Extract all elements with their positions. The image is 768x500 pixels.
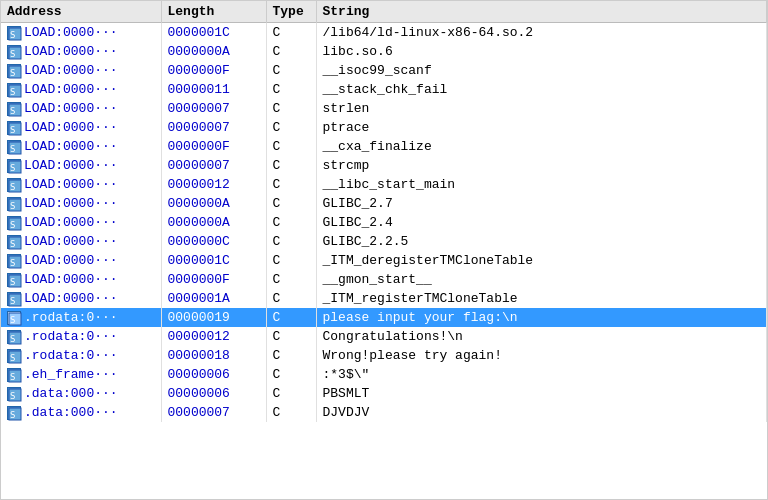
cell-length: 00000006: [161, 365, 266, 384]
row-icon: S: [7, 368, 21, 382]
table-row[interactable]: S.rodata:0···00000018CWrong!please try a…: [1, 346, 767, 365]
cell-length: 0000001C: [161, 23, 266, 43]
address-text: LOAD:0000···: [24, 63, 118, 78]
table-row[interactable]: SLOAD:0000···0000000ACGLIBC_2.4: [1, 213, 767, 232]
svg-text:S: S: [10, 49, 15, 59]
cell-length: 0000000C: [161, 232, 266, 251]
address-text: LOAD:0000···: [24, 234, 118, 249]
svg-text:S: S: [10, 410, 15, 420]
cell-length: 00000012: [161, 175, 266, 194]
cell-type: C: [266, 137, 316, 156]
table-row[interactable]: S.rodata:0···00000012CCongratulations!\n: [1, 327, 767, 346]
cell-type: C: [266, 213, 316, 232]
cell-length: 0000000F: [161, 270, 266, 289]
cell-type: C: [266, 42, 316, 61]
cell-string: please input your flag:\n: [316, 308, 767, 327]
table-row[interactable]: S.data:000···00000007CDJVDJV: [1, 403, 767, 422]
cell-string: :*3$\": [316, 365, 767, 384]
svg-text:S: S: [10, 315, 15, 325]
table-row[interactable]: SLOAD:0000···00000007Cptrace: [1, 118, 767, 137]
address-text: LOAD:0000···: [24, 101, 118, 116]
cell-address: SLOAD:0000···: [1, 194, 161, 213]
address-text: LOAD:0000···: [24, 25, 118, 40]
cell-type: C: [266, 194, 316, 213]
row-icon: S: [7, 387, 21, 401]
table-row[interactable]: SLOAD:0000···0000001AC_ITM_registerTMClo…: [1, 289, 767, 308]
table-row[interactable]: SLOAD:0000···00000007Cstrlen: [1, 99, 767, 118]
cell-length: 0000000A: [161, 194, 266, 213]
cell-type: C: [266, 346, 316, 365]
col-header-type: Type: [266, 1, 316, 23]
cell-string: GLIBC_2.4: [316, 213, 767, 232]
table-row[interactable]: S.rodata:0···00000019Cplease input your …: [1, 308, 767, 327]
svg-text:S: S: [10, 144, 15, 154]
address-text: LOAD:0000···: [24, 253, 118, 268]
cell-length: 0000000A: [161, 213, 266, 232]
cell-type: C: [266, 308, 316, 327]
cell-length: 00000018: [161, 346, 266, 365]
cell-string: GLIBC_2.7: [316, 194, 767, 213]
row-icon: S: [7, 140, 21, 154]
cell-type: C: [266, 384, 316, 403]
table-row[interactable]: SLOAD:0000···00000011C__stack_chk_fail: [1, 80, 767, 99]
cell-type: C: [266, 23, 316, 43]
cell-string: DJVDJV: [316, 403, 767, 422]
svg-text:S: S: [10, 220, 15, 230]
table-row[interactable]: SLOAD:0000···00000012C__libc_start_main: [1, 175, 767, 194]
cell-length: 00000007: [161, 118, 266, 137]
address-text: LOAD:0000···: [24, 272, 118, 287]
cell-type: C: [266, 99, 316, 118]
table-row[interactable]: S.data:000···00000006CPBSMLT: [1, 384, 767, 403]
address-text: LOAD:0000···: [24, 44, 118, 59]
table-row[interactable]: SLOAD:0000···0000000ACGLIBC_2.7: [1, 194, 767, 213]
row-icon: S: [7, 178, 21, 192]
table-row[interactable]: SLOAD:0000···0000000FC__gmon_start__: [1, 270, 767, 289]
svg-text:S: S: [10, 372, 15, 382]
col-header-address: Address: [1, 1, 161, 23]
table-row[interactable]: SLOAD:0000···0000000CCGLIBC_2.2.5: [1, 232, 767, 251]
cell-type: C: [266, 251, 316, 270]
cell-string: PBSMLT: [316, 384, 767, 403]
table-row[interactable]: SLOAD:0000···0000000AClibc.so.6: [1, 42, 767, 61]
cell-string: Congratulations!\n: [316, 327, 767, 346]
cell-string: Wrong!please try again!: [316, 346, 767, 365]
address-text: LOAD:0000···: [24, 291, 118, 306]
cell-address: S.rodata:0···: [1, 308, 161, 327]
row-icon: S: [7, 121, 21, 135]
cell-length: 00000011: [161, 80, 266, 99]
strings-table: Address Length Type String SLOAD:0000···…: [1, 1, 767, 422]
table-row[interactable]: S.eh_frame···00000006C:*3$\": [1, 365, 767, 384]
table-row[interactable]: SLOAD:0000···0000001CC/lib64/ld-linux-x8…: [1, 23, 767, 43]
cell-length: 00000007: [161, 156, 266, 175]
cell-string: __isoc99_scanf: [316, 61, 767, 80]
row-icon: S: [7, 197, 21, 211]
row-icon: S: [7, 235, 21, 249]
cell-string: __libc_start_main: [316, 175, 767, 194]
table-row[interactable]: SLOAD:0000···0000000FC__isoc99_scanf: [1, 61, 767, 80]
cell-string: strcmp: [316, 156, 767, 175]
cell-address: SLOAD:0000···: [1, 175, 161, 194]
table-row[interactable]: SLOAD:0000···0000000FC__cxa_finalize: [1, 137, 767, 156]
cell-length: 0000001C: [161, 251, 266, 270]
svg-text:S: S: [10, 277, 15, 287]
cell-address: S.data:000···: [1, 384, 161, 403]
svg-text:S: S: [10, 296, 15, 306]
svg-text:S: S: [10, 125, 15, 135]
cell-address: SLOAD:0000···: [1, 80, 161, 99]
row-icon: S: [7, 311, 21, 325]
address-text: LOAD:0000···: [24, 177, 118, 192]
table-row[interactable]: SLOAD:0000···0000001CC_ITM_deregisterTMC…: [1, 251, 767, 270]
cell-address: SLOAD:0000···: [1, 270, 161, 289]
address-text: LOAD:0000···: [24, 82, 118, 97]
cell-string: _ITM_deregisterTMCloneTable: [316, 251, 767, 270]
cell-length: 00000007: [161, 99, 266, 118]
cell-type: C: [266, 175, 316, 194]
address-text: LOAD:0000···: [24, 120, 118, 135]
cell-type: C: [266, 61, 316, 80]
svg-text:S: S: [10, 239, 15, 249]
strings-table-container[interactable]: Address Length Type String SLOAD:0000···…: [0, 0, 768, 500]
row-icon: S: [7, 292, 21, 306]
table-row[interactable]: SLOAD:0000···00000007Cstrcmp: [1, 156, 767, 175]
cell-length: 00000012: [161, 327, 266, 346]
svg-text:S: S: [10, 391, 15, 401]
